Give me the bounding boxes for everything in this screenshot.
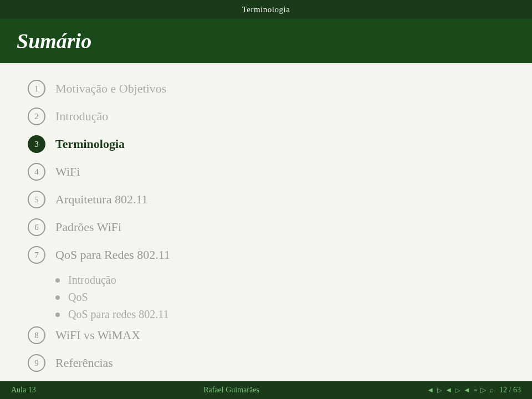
nav-sep-1: ▷ [437, 387, 442, 394]
sub-item-3: QoS para redes 802.11 [55, 308, 504, 321]
menu-label-8: WiFI vs WiMAX [55, 328, 140, 342]
menu-label-5: Arquitetura 802.11 [55, 192, 148, 207]
footer-left: Aula 13 [11, 386, 36, 395]
menu-label-6: Padrões WiFi [55, 220, 121, 234]
menu-number-8: 8 [28, 326, 45, 344]
menu-label-2: Introdução [55, 109, 108, 124]
sub-label-3: QoS para redes 802.11 [68, 308, 168, 321]
content-area: 1 Motivação e Objetivos 2 Introdução 3 T… [0, 63, 532, 393]
menu-number-7: 7 [28, 246, 45, 264]
menu-item-6: 6 Padrões WiFi [28, 218, 504, 236]
menu-item-1: 1 Motivação e Objetivos [28, 80, 504, 98]
nav-sep-2: ▷ [456, 387, 460, 394]
menu-item-5: 5 Arquitetura 802.11 [28, 191, 504, 208]
menu-number-5: 5 [28, 191, 45, 208]
menu-label-7: QoS para Redes 802.11 [55, 248, 170, 262]
nav-icon-frame-left[interactable]: ◄ [445, 386, 452, 395]
sub-bullet-2 [55, 295, 60, 300]
nav-sep-3: ≡ [474, 387, 477, 393]
menu-number-2: 2 [28, 108, 45, 125]
footer-bar: Aula 13 Rafael Guimarães ◄ ▷ ◄ ▷ ◄ ≡ ▷ ⌕… [0, 381, 532, 399]
menu-number-4: 4 [28, 163, 45, 181]
nav-icon-search[interactable]: ⌕ [489, 386, 494, 395]
sub-label-2: QoS [68, 291, 88, 304]
menu-label-4: WiFi [55, 165, 80, 179]
footer-right: ◄ ▷ ◄ ▷ ◄ ≡ ▷ ⌕ 12 / 63 [427, 386, 521, 395]
sub-items-7: Introdução QoS QoS para redes 802.11 [55, 274, 504, 321]
page-title: Sumário [17, 29, 515, 53]
menu-item-3: 3 Terminologia [28, 135, 504, 153]
nav-icon-eq-right[interactable]: ▷ [480, 386, 486, 395]
menu-number-1: 1 [28, 80, 45, 98]
menu-item-7: 7 QoS para Redes 802.11 [28, 246, 504, 264]
sub-bullet-3 [55, 313, 60, 317]
header-bar: Terminologia [0, 0, 532, 19]
header-title: Terminologia [242, 5, 290, 14]
menu-number-3: 3 [28, 135, 45, 153]
sub-item-1: Introdução [55, 274, 504, 287]
title-section: Sumário [0, 19, 532, 63]
menu-number-9: 9 [28, 354, 45, 372]
menu-item-2: 2 Introdução [28, 108, 504, 125]
footer-center: Rafael Guimarães [203, 386, 259, 395]
sub-item-2: QoS [55, 291, 504, 304]
nav-icon-eq-left[interactable]: ◄ [463, 386, 470, 395]
menu-label-3: Terminologia [55, 137, 125, 151]
menu-label-1: Motivação e Objetivos [55, 81, 166, 96]
menu-item-8: 8 WiFI vs WiMAX [28, 326, 504, 344]
menu-item-4: 4 WiFi [28, 163, 504, 181]
menu-number-6: 6 [28, 218, 45, 236]
nav-icon-left[interactable]: ◄ [427, 386, 434, 395]
menu-label-9: Referências [55, 356, 113, 370]
sub-bullet-1 [55, 278, 60, 283]
footer-page: 12 / 63 [499, 386, 521, 395]
menu-item-9: 9 Referências [28, 354, 504, 372]
sub-label-1: Introdução [68, 274, 116, 287]
footer-nav-icons: ◄ ▷ ◄ ▷ ◄ ≡ ▷ ⌕ [427, 386, 494, 395]
